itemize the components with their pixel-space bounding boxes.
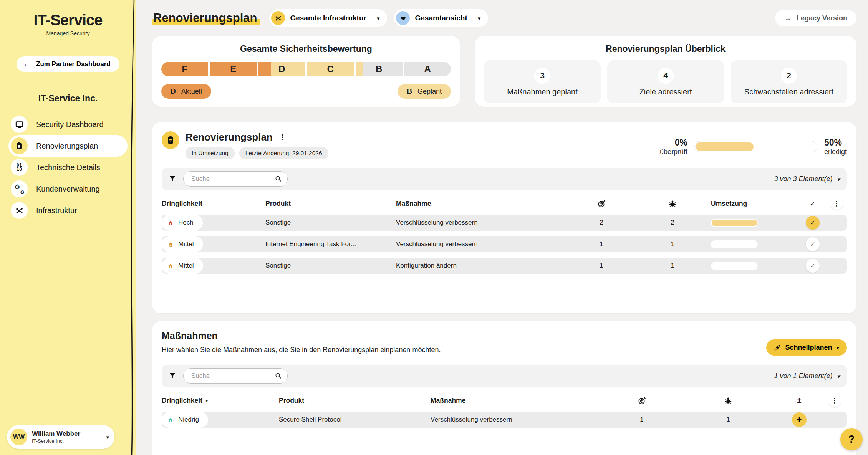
reviewed-percent: 0% bbox=[660, 137, 687, 148]
done-label: erledigt bbox=[824, 148, 847, 156]
review-check-button[interactable]: ✓ bbox=[806, 216, 820, 230]
chevron-down-icon: ▾ bbox=[837, 176, 840, 182]
quick-plan-button[interactable]: Schnellplanen ▾ bbox=[766, 339, 847, 356]
check-icon: ✓ bbox=[810, 219, 815, 227]
search-input[interactable] bbox=[183, 171, 288, 187]
handshake-icon bbox=[396, 11, 410, 25]
scope-dropdown-label: Gesamte Infrastruktur bbox=[290, 14, 366, 22]
product-cell: Sonstige bbox=[265, 219, 396, 227]
add-measure-button[interactable]: + bbox=[792, 412, 807, 427]
element-count-dropdown[interactable]: 1 von 1 Element(e) ▾ bbox=[774, 372, 840, 380]
bug-icon bbox=[680, 396, 776, 405]
overview-stats: 3 Maßnahmen geplant 4 Ziele adressiert 2… bbox=[484, 60, 847, 103]
goals-count: 1 bbox=[569, 262, 634, 270]
table-options-button[interactable]: ⋮ bbox=[826, 197, 847, 210]
arrow-right-icon: → bbox=[784, 14, 791, 22]
legacy-version-button[interactable]: → Legacy Version bbox=[775, 10, 856, 26]
view-dropdown[interactable]: Gesamtansicht ▾ bbox=[394, 9, 488, 27]
add-all-icon[interactable]: ± bbox=[776, 396, 822, 405]
stat-value: 4 bbox=[658, 68, 674, 84]
product-cell: Internet Engineering Task For... bbox=[265, 240, 396, 248]
kebab-menu-icon: ⋮ bbox=[833, 199, 840, 208]
stat-label: Maßnahmen geplant bbox=[507, 88, 577, 96]
chevron-down-icon: ▾ bbox=[836, 345, 839, 351]
rating-scale: F E D C B A bbox=[161, 62, 451, 76]
app-logo: IT-Service Managed Security bbox=[0, 12, 136, 36]
clipboard-icon bbox=[162, 131, 179, 149]
table-options-button[interactable]: ⋮ bbox=[822, 394, 847, 407]
sidebar-item-technische-details[interactable]: 0110 Technische Details bbox=[8, 157, 128, 178]
gears-icon: ⚙⚙ bbox=[11, 180, 28, 197]
partner-dashboard-label: Zum Partner Dashboard bbox=[36, 60, 111, 68]
stat-value: 3 bbox=[534, 68, 550, 84]
plan-progress-group: 0% überprüft 50% erledigt bbox=[660, 131, 847, 159]
kebab-menu-icon: ⋮ bbox=[831, 396, 838, 405]
search-icon bbox=[274, 175, 282, 184]
vulns-count: 2 bbox=[634, 219, 711, 227]
urgency-badge: Niedrig bbox=[162, 412, 208, 428]
stat-value: 2 bbox=[781, 68, 797, 84]
search-field-wrap bbox=[183, 171, 288, 187]
main-content: Renovierungsplan Gesamte Infrastruktur ▾… bbox=[136, 0, 868, 455]
monitor-icon bbox=[11, 116, 28, 133]
current-grade: D bbox=[171, 87, 176, 96]
clipboard-icon bbox=[11, 137, 28, 154]
column-urgency-sort[interactable]: Dringlichkeit ▾ bbox=[162, 397, 279, 405]
current-grade-label: Aktuell bbox=[181, 88, 202, 96]
rating-segment: D bbox=[258, 62, 305, 76]
user-name: William Webber bbox=[32, 430, 80, 438]
last-changed-badge: Letzte Änderung: 29.01.2026 bbox=[239, 147, 328, 159]
plan-title: Renovierungsplan bbox=[186, 131, 273, 143]
sidebar-item-label: Infrastruktur bbox=[36, 206, 77, 215]
measures-panel: Maßnahmen Hier wählen Sie die Maßnahmen … bbox=[152, 321, 856, 455]
measures-title: Maßnahmen bbox=[162, 330, 441, 341]
filter-icon[interactable] bbox=[169, 175, 176, 182]
partner-dashboard-button[interactable]: ← Zum Partner Dashboard bbox=[17, 56, 119, 72]
table-row[interactable]: Mittel Internet Engineering Task For... … bbox=[162, 236, 847, 252]
table-row[interactable]: Niedrig Secure Shell Protocol Verschlüss… bbox=[162, 412, 847, 428]
sidebar-item-infrastruktur[interactable]: Infrastruktur bbox=[8, 200, 128, 221]
vulns-count: 1 bbox=[634, 262, 711, 270]
review-check-button[interactable]: ✓ bbox=[806, 259, 820, 273]
legacy-version-label: Legacy Version bbox=[797, 14, 847, 22]
row-progress-bar bbox=[711, 240, 758, 248]
reviewed-label: überprüft bbox=[660, 148, 687, 156]
infrastructure-scope-dropdown[interactable]: Gesamte Infrastruktur ▾ bbox=[269, 9, 387, 27]
element-count-dropdown[interactable]: 3 von 3 Element(e) ▾ bbox=[774, 175, 840, 183]
column-product: Produkt bbox=[279, 397, 431, 405]
check-icon: ✓ bbox=[810, 262, 815, 270]
plan-table-header: Dringlichkeit Produkt Maßnahme Umsetzung… bbox=[162, 197, 847, 210]
status-badge: In Umsetzung bbox=[186, 147, 235, 159]
sort-caret-icon: ▾ bbox=[205, 398, 208, 404]
sidebar-item-kundenverwaltung[interactable]: ⚙⚙ Kundenverwaltung bbox=[8, 178, 128, 200]
user-meta: William Webber IT-Service Inc. bbox=[32, 430, 80, 444]
search-input[interactable] bbox=[183, 368, 288, 384]
plan-progress-bar bbox=[694, 141, 817, 152]
sidebar-item-security-dashboard[interactable]: Security Dashboard bbox=[8, 114, 128, 135]
security-rating-card: Gesamte Sicherheitsbewertung F E D C B A… bbox=[152, 36, 460, 107]
help-button[interactable]: ? bbox=[840, 428, 863, 450]
goals-count: 1 bbox=[603, 416, 680, 424]
kebab-menu-icon[interactable]: ⋮ bbox=[279, 133, 286, 142]
table-row[interactable]: Hoch Sonstige Verschlüsselung verbessern… bbox=[162, 215, 847, 231]
sidebar-item-label: Renovierungsplan bbox=[36, 142, 98, 151]
chevron-down-icon: ▾ bbox=[478, 15, 481, 21]
stat-label: Schwachstellen adressiert bbox=[744, 88, 833, 96]
table-row[interactable]: Mittel Sonstige Konfiguration ändern 1 1… bbox=[162, 258, 847, 274]
plan-search-bar: 3 von 3 Element(e) ▾ bbox=[162, 168, 847, 190]
app-logo-title: IT-Service bbox=[0, 12, 136, 29]
sidebar-item-renovierungsplan[interactable]: Renovierungsplan bbox=[8, 135, 128, 157]
current-rating-badge: D Aktuell bbox=[161, 84, 211, 99]
rating-segment: E bbox=[210, 62, 257, 76]
reviewed-stat: 0% überprüft bbox=[660, 137, 687, 156]
filter-icon[interactable] bbox=[169, 372, 176, 379]
element-count-label: 3 von 3 Element(e) bbox=[774, 175, 832, 183]
select-all-check-icon[interactable]: ✓ bbox=[799, 199, 826, 208]
chevron-down-icon: ▾ bbox=[837, 373, 840, 379]
overview-card-title: Renovierungsplan Überblick bbox=[484, 36, 847, 54]
planned-rating-badge: B Geplant bbox=[398, 84, 451, 99]
check-icon: ✓ bbox=[810, 240, 815, 248]
review-check-button[interactable]: ✓ bbox=[806, 237, 820, 251]
rocket-icon bbox=[774, 344, 781, 351]
user-menu[interactable]: WW William Webber IT-Service Inc. ▾ bbox=[7, 425, 114, 449]
